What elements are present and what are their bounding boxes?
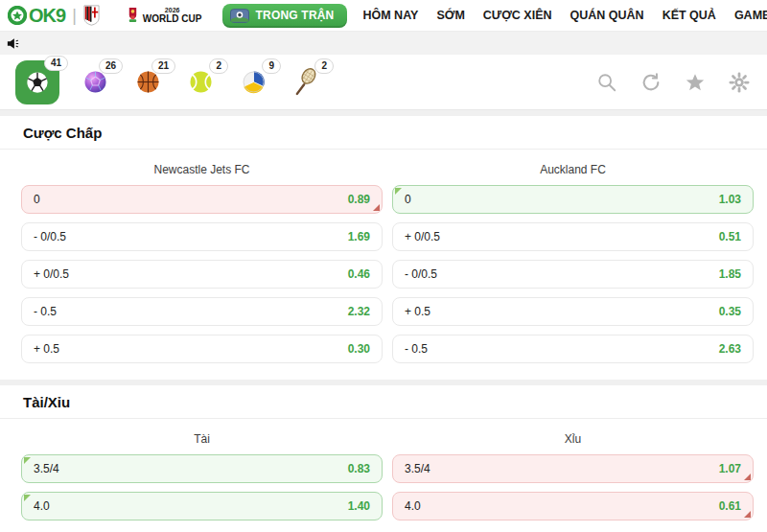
bet-row[interactable]: + 0.5 0.35 [392, 297, 754, 326]
bet-row[interactable]: + 0/0.5 0.51 [392, 222, 754, 251]
speaker-icon [7, 37, 20, 50]
bet-row[interactable]: - 0/0.5 1.85 [392, 260, 754, 289]
nav-item-quan-quan[interactable]: QUÁN QUÂN [570, 9, 644, 22]
over-under-section-title: Tài/Xỉu [0, 385, 767, 419]
sport-count-badge: 2 [209, 58, 228, 74]
worldcup-trophy-icon [127, 7, 139, 24]
nav-menu: HÔM NAY SỚM CƯỢC XIÊN QUÁN QUÂN KẾT QUẢ … [362, 9, 767, 22]
bet-row[interactable]: - 0/0.5 1.69 [21, 222, 383, 251]
ok9-star-icon [8, 6, 27, 25]
odds-toolbar [596, 72, 750, 93]
sport-tab-volleyball[interactable]: 9 [236, 65, 270, 100]
bet-row[interactable]: 3.5/4 1.07 [392, 454, 754, 483]
sport-count-badge: 21 [151, 58, 175, 74]
nav-item-hom-nay[interactable]: HÔM NAY [362, 9, 418, 22]
announcement-bar [0, 32, 767, 55]
sport-tab-tennis[interactable]: 2 [183, 65, 218, 100]
refresh-icon[interactable] [640, 72, 662, 93]
home-team-name: Newcastle Jets FC [21, 155, 383, 185]
sport-count-badge: 41 [44, 56, 68, 71]
in-play-button[interactable]: TRONG TRẬN [222, 4, 347, 28]
brand-separator: | [72, 6, 77, 26]
bet-row[interactable]: 0 0.89 [21, 185, 383, 214]
brand-area[interactable]: OK9 | [8, 5, 100, 27]
sport-count-badge: 26 [99, 58, 123, 74]
home-team-column: Newcastle Jets FC 0 0.89 - 0/0.5 1.69 + … [21, 155, 383, 372]
sport-count-badge: 2 [314, 58, 334, 74]
bet-row[interactable]: 0 1.03 [392, 185, 754, 214]
under-column-header: Xỉu [392, 425, 754, 454]
sport-list: 41 26 [15, 60, 323, 104]
top-navigation: OK9 | 2026 WORLD CUP [0, 0, 767, 32]
bet-row[interactable]: + 0.5 0.30 [21, 335, 383, 363]
nav-item-game-plus[interactable]: GAME+ [734, 9, 767, 22]
over-under-section: Tài/Xỉu Tài 3.5/4 0.83 4.0 1.40 Xỉu 3.5/… [0, 385, 767, 532]
away-team-name: Auckland FC [392, 155, 754, 185]
nav-item-som[interactable]: SỚM [436, 9, 464, 22]
over-under-columns: Tài 3.5/4 0.83 4.0 1.40 Xỉu 3.5/4 1.07 4… [0, 419, 767, 532]
bet-row[interactable]: - 0.5 2.63 [392, 335, 754, 363]
brand-text: OK9 [29, 5, 65, 27]
favorites-star-icon[interactable] [685, 72, 706, 93]
in-play-button-label: TRONG TRẬN [255, 9, 334, 22]
sports-filter-bar: 41 26 [0, 55, 767, 110]
search-icon[interactable] [596, 72, 617, 93]
away-team-column: Auckland FC 0 1.03 + 0/0.5 0.51 - 0/0.5 … [392, 155, 754, 372]
in-play-pitch-icon [230, 9, 249, 23]
sport-count-badge: 9 [262, 58, 281, 74]
club-crest-icon [83, 5, 100, 26]
sport-tab-esports-soccer[interactable]: 26 [78, 65, 112, 100]
handicap-section-title: Cược Chấp [0, 116, 767, 150]
over-column: Tài 3.5/4 0.83 4.0 1.40 [21, 425, 383, 529]
under-column: Xỉu 3.5/4 1.07 4.0 0.61 [392, 425, 754, 529]
bet-row[interactable]: 3.5/4 0.83 [21, 454, 383, 483]
sport-tab-badminton[interactable]: 2 [289, 65, 323, 100]
handicap-columns: Newcastle Jets FC 0 0.89 - 0/0.5 1.69 + … [0, 150, 767, 380]
bet-row[interactable]: 4.0 0.61 [392, 492, 754, 520]
handicap-section: Cược Chấp Newcastle Jets FC 0 0.89 - 0/0… [0, 116, 767, 380]
ok9-logo: OK9 [8, 5, 65, 27]
nav-item-cuoc-xien[interactable]: CƯỢC XIÊN [483, 9, 552, 22]
nav-item-ket-qua[interactable]: KẾT QUẢ [662, 9, 716, 22]
over-column-header: Tài [21, 425, 383, 454]
bet-row[interactable]: + 0/0.5 0.46 [21, 260, 383, 289]
settings-gear-icon[interactable] [729, 72, 750, 93]
worldcup-text: 2026 WORLD CUP [143, 7, 202, 24]
soccer-ball-icon [21, 66, 54, 99]
sport-tab-basketball[interactable]: 21 [130, 65, 165, 100]
bet-row[interactable]: 4.0 1.40 [21, 492, 383, 520]
sport-tab-soccer[interactable]: 41 [15, 60, 59, 104]
bet-row[interactable]: - 0.5 2.32 [21, 297, 383, 326]
worldcup-link[interactable]: 2026 WORLD CUP [127, 7, 202, 24]
